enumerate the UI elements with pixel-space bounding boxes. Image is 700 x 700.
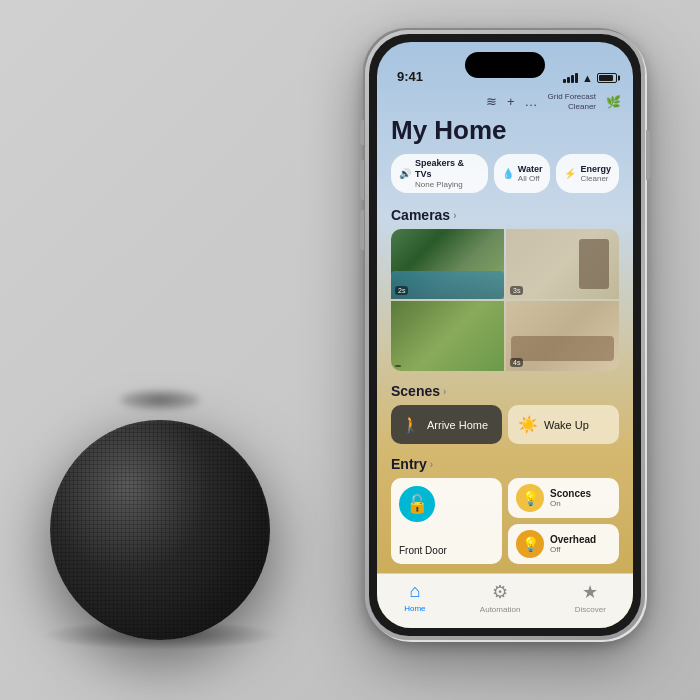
water-chip-text: Water All Off bbox=[518, 164, 543, 184]
camera-grid: 2s 3s 4s bbox=[391, 229, 619, 371]
speakers-icon: 🔊 bbox=[399, 168, 411, 179]
wifi-icon: ▲ bbox=[582, 72, 593, 84]
overhead-label: Overhead bbox=[550, 534, 596, 545]
scenes-grid: 🚶 Arrive Home ☀️ Wake Up bbox=[391, 405, 619, 444]
volume-down-button[interactable] bbox=[360, 210, 364, 250]
discover-tab-icon: ★ bbox=[582, 581, 598, 603]
sconces-card[interactable]: 💡 Sconces On bbox=[508, 478, 619, 518]
overhead-status: Off bbox=[550, 545, 596, 554]
water-chip[interactable]: 💧 Water All Off bbox=[494, 154, 551, 193]
add-icon[interactable]: + bbox=[507, 94, 515, 109]
signal-bar-2 bbox=[567, 77, 570, 83]
status-time: 9:41 bbox=[397, 69, 423, 84]
tab-home[interactable]: ⌂ Home bbox=[404, 581, 425, 613]
iphone-screen: 9:41 ▲ bbox=[377, 42, 633, 628]
camera-timestamp-4: 4s bbox=[510, 358, 523, 367]
speakers-chip[interactable]: 🔊 Speakers & TVs None Playing bbox=[391, 154, 488, 193]
camera-timestamp-3 bbox=[395, 365, 401, 367]
signal-bar-3 bbox=[571, 75, 574, 83]
sconces-icon: 💡 bbox=[522, 490, 539, 506]
tab-automation[interactable]: ⚙ Automation bbox=[480, 581, 520, 614]
front-door-icon-circle: 🔓 bbox=[399, 486, 435, 522]
overhead-icon-circle: 💡 bbox=[516, 530, 544, 558]
overhead-card[interactable]: 💡 Overhead Off bbox=[508, 524, 619, 564]
front-door-card[interactable]: 🔓 Front Door bbox=[391, 478, 502, 564]
overhead-icon: 💡 bbox=[522, 536, 539, 552]
arrive-home-label: Arrive Home bbox=[427, 419, 488, 431]
arrive-home-scene[interactable]: 🚶 Arrive Home bbox=[391, 405, 502, 444]
automation-tab-label: Automation bbox=[480, 605, 520, 614]
volume-up-button[interactable] bbox=[360, 160, 364, 200]
homepod-mesh bbox=[50, 420, 270, 640]
sconces-label: Sconces bbox=[550, 488, 591, 499]
front-door-icon: 🔓 bbox=[406, 493, 428, 515]
power-button[interactable] bbox=[646, 130, 650, 180]
leaf-icon: 🌿 bbox=[606, 95, 621, 109]
entry-right-col: 💡 Sconces On 💡 bbox=[508, 478, 619, 564]
scenes-section-header[interactable]: Scenes › bbox=[377, 379, 633, 405]
home-tab-label: Home bbox=[404, 604, 425, 613]
scenes-arrow: › bbox=[443, 386, 446, 397]
tab-bar: ⌂ Home ⚙ Automation ★ Discover bbox=[377, 573, 633, 628]
entry-arrow: › bbox=[430, 459, 433, 470]
water-icon: 💧 bbox=[502, 168, 514, 179]
gym-visual bbox=[579, 239, 609, 289]
app-content: ≋ + … Grid Forecast Cleaner 🌿 My Home bbox=[377, 90, 633, 628]
camera-cell-1[interactable]: 2s bbox=[391, 229, 504, 299]
homepod bbox=[30, 380, 290, 640]
arrive-home-icon: 🚶 bbox=[401, 415, 421, 434]
camera-cell-3[interactable] bbox=[391, 301, 504, 371]
wake-up-icon: ☀️ bbox=[518, 415, 538, 434]
cameras-arrow: › bbox=[453, 210, 456, 221]
speakers-chip-text: Speakers & TVs None Playing bbox=[415, 158, 480, 189]
discover-tab-label: Discover bbox=[575, 605, 606, 614]
home-tab-icon: ⌂ bbox=[409, 581, 420, 602]
sconces-text: Sconces On bbox=[550, 488, 591, 508]
audio-wave-icon: ≋ bbox=[486, 94, 497, 109]
energy-chip-text: Energy Cleaner bbox=[580, 164, 611, 184]
tab-discover[interactable]: ★ Discover bbox=[575, 581, 606, 614]
wake-up-scene[interactable]: ☀️ Wake Up bbox=[508, 405, 619, 444]
camera-cell-4[interactable]: 4s bbox=[506, 301, 619, 371]
battery-icon bbox=[597, 73, 617, 83]
page-title: My Home bbox=[377, 115, 633, 154]
sconces-status: On bbox=[550, 499, 591, 508]
overhead-text: Overhead Off bbox=[550, 534, 596, 554]
chips-row: 🔊 Speakers & TVs None Playing 💧 Water Al… bbox=[377, 154, 633, 203]
energy-chip[interactable]: ⚡ Energy Cleaner bbox=[556, 154, 619, 193]
signal-bar-4 bbox=[575, 73, 578, 83]
sconces-icon-circle: 💡 bbox=[516, 484, 544, 512]
couch-visual bbox=[511, 336, 614, 361]
front-door-text: Front Door bbox=[399, 541, 494, 556]
homepod-top bbox=[120, 390, 200, 410]
wake-up-label: Wake Up bbox=[544, 419, 589, 431]
entry-section-header[interactable]: Entry › bbox=[377, 452, 633, 478]
entry-grid: 🔓 Front Door 💡 bbox=[391, 478, 619, 564]
iphone-inner: 9:41 ▲ bbox=[369, 34, 641, 636]
front-door-label: Front Door bbox=[399, 545, 494, 556]
cameras-section-header[interactable]: Cameras › bbox=[377, 203, 633, 229]
signal-bars bbox=[563, 73, 578, 83]
camera-timestamp-2: 3s bbox=[510, 286, 523, 295]
dynamic-island bbox=[465, 52, 545, 78]
signal-bar-1 bbox=[563, 79, 566, 83]
grid-forecast: Grid Forecast Cleaner bbox=[548, 92, 596, 111]
battery-nub bbox=[618, 76, 620, 81]
camera-timestamp-1: 2s bbox=[395, 286, 408, 295]
automation-tab-icon: ⚙ bbox=[492, 581, 508, 603]
energy-icon: ⚡ bbox=[564, 168, 576, 179]
more-icon[interactable]: … bbox=[525, 94, 538, 109]
battery-fill bbox=[599, 75, 613, 81]
camera-cell-2[interactable]: 3s bbox=[506, 229, 619, 299]
iphone: 9:41 ▲ bbox=[365, 30, 645, 640]
status-icons: ▲ bbox=[563, 72, 617, 84]
mute-button[interactable] bbox=[360, 120, 364, 145]
toolbar: ≋ + … Grid Forecast Cleaner 🌿 bbox=[377, 90, 633, 115]
pool-visual bbox=[391, 271, 504, 299]
iphone-frame: 9:41 ▲ bbox=[365, 30, 645, 640]
